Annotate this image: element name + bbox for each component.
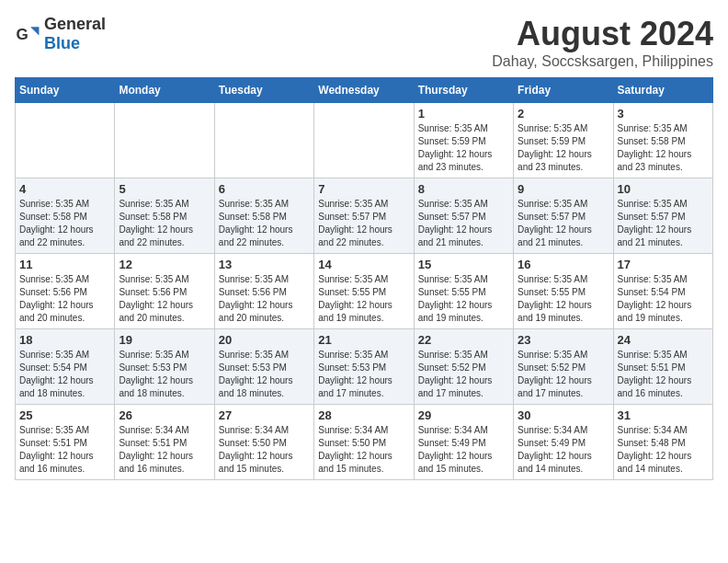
days-header-row: SundayMondayTuesdayWednesdayThursdayFrid… — [16, 78, 713, 103]
svg-text:G: G — [17, 26, 28, 43]
day-number: 29 — [418, 408, 509, 422]
day-detail: Sunrise: 5:35 AM Sunset: 5:53 PM Dayligh… — [219, 349, 310, 400]
calendar-cell: 21Sunrise: 5:35 AM Sunset: 5:53 PM Dayli… — [314, 329, 414, 405]
day-number: 7 — [318, 182, 409, 196]
calendar-cell: 12Sunrise: 5:35 AM Sunset: 5:56 PM Dayli… — [115, 254, 214, 329]
day-number: 21 — [318, 333, 409, 347]
calendar-cell: 11Sunrise: 5:35 AM Sunset: 5:56 PM Dayli… — [16, 254, 115, 329]
day-detail: Sunrise: 5:35 AM Sunset: 5:53 PM Dayligh… — [119, 349, 210, 400]
day-header-saturday: Saturday — [613, 78, 712, 103]
day-number: 31 — [618, 408, 709, 422]
header: G General Blue August 2024 Dahay, Soccsk… — [15, 15, 713, 70]
day-number: 4 — [19, 182, 110, 196]
day-number: 19 — [119, 333, 210, 347]
day-number: 1 — [418, 107, 509, 121]
day-detail: Sunrise: 5:35 AM Sunset: 5:55 PM Dayligh… — [418, 273, 509, 325]
day-header-monday: Monday — [115, 78, 214, 103]
day-number: 13 — [219, 258, 310, 271]
calendar-cell: 6Sunrise: 5:35 AM Sunset: 5:58 PM Daylig… — [214, 178, 313, 254]
day-detail: Sunrise: 5:34 AM Sunset: 5:48 PM Dayligh… — [618, 424, 709, 476]
calendar-cell: 14Sunrise: 5:35 AM Sunset: 5:55 PM Dayli… — [314, 254, 414, 329]
logo-icon: G — [15, 21, 40, 47]
calendar-week-4: 18Sunrise: 5:35 AM Sunset: 5:54 PM Dayli… — [16, 329, 713, 405]
day-detail: Sunrise: 5:34 AM Sunset: 5:50 PM Dayligh… — [219, 424, 310, 476]
calendar-cell: 23Sunrise: 5:35 AM Sunset: 5:52 PM Dayli… — [514, 329, 613, 405]
day-number: 23 — [518, 333, 609, 347]
day-number: 17 — [618, 258, 709, 271]
day-detail: Sunrise: 5:35 AM Sunset: 5:52 PM Dayligh… — [518, 349, 609, 400]
day-number: 8 — [418, 182, 509, 196]
calendar-cell: 22Sunrise: 5:35 AM Sunset: 5:52 PM Dayli… — [414, 329, 513, 405]
calendar-cell: 25Sunrise: 5:35 AM Sunset: 5:51 PM Dayli… — [16, 405, 115, 480]
day-number: 26 — [119, 408, 210, 422]
day-header-friday: Friday — [514, 78, 613, 103]
calendar-cell: 15Sunrise: 5:35 AM Sunset: 5:55 PM Dayli… — [414, 254, 513, 329]
calendar-week-2: 4Sunrise: 5:35 AM Sunset: 5:58 PM Daylig… — [16, 178, 713, 254]
day-detail: Sunrise: 5:35 AM Sunset: 5:55 PM Dayligh… — [318, 273, 409, 325]
calendar-cell: 4Sunrise: 5:35 AM Sunset: 5:58 PM Daylig… — [16, 178, 115, 254]
calendar-cell: 26Sunrise: 5:34 AM Sunset: 5:51 PM Dayli… — [115, 405, 214, 480]
calendar-cell — [115, 103, 214, 178]
calendar-cell: 20Sunrise: 5:35 AM Sunset: 5:53 PM Dayli… — [214, 329, 313, 405]
calendar-cell: 10Sunrise: 5:35 AM Sunset: 5:57 PM Dayli… — [613, 178, 712, 254]
calendar-cell: 5Sunrise: 5:35 AM Sunset: 5:58 PM Daylig… — [115, 178, 214, 254]
day-header-wednesday: Wednesday — [314, 78, 414, 103]
day-detail: Sunrise: 5:34 AM Sunset: 5:49 PM Dayligh… — [518, 424, 609, 476]
day-number: 30 — [518, 408, 609, 422]
day-detail: Sunrise: 5:35 AM Sunset: 5:58 PM Dayligh… — [219, 198, 310, 249]
day-detail: Sunrise: 5:35 AM Sunset: 5:56 PM Dayligh… — [19, 273, 110, 325]
day-detail: Sunrise: 5:35 AM Sunset: 5:54 PM Dayligh… — [618, 273, 709, 325]
day-detail: Sunrise: 5:35 AM Sunset: 5:57 PM Dayligh… — [618, 198, 709, 249]
day-detail: Sunrise: 5:35 AM Sunset: 5:59 PM Dayligh… — [418, 122, 509, 174]
day-detail: Sunrise: 5:34 AM Sunset: 5:51 PM Dayligh… — [119, 424, 210, 476]
day-detail: Sunrise: 5:35 AM Sunset: 5:52 PM Dayligh… — [418, 349, 509, 400]
day-detail: Sunrise: 5:35 AM Sunset: 5:57 PM Dayligh… — [318, 198, 409, 249]
day-detail: Sunrise: 5:35 AM Sunset: 5:57 PM Dayligh… — [518, 198, 609, 249]
calendar-cell: 1Sunrise: 5:35 AM Sunset: 5:59 PM Daylig… — [414, 103, 513, 178]
day-detail: Sunrise: 5:34 AM Sunset: 5:49 PM Dayligh… — [418, 424, 509, 476]
calendar-cell: 31Sunrise: 5:34 AM Sunset: 5:48 PM Dayli… — [613, 405, 712, 480]
main-title: August 2024 — [492, 15, 713, 53]
day-detail: Sunrise: 5:35 AM Sunset: 5:51 PM Dayligh… — [19, 424, 110, 476]
day-number: 27 — [219, 408, 310, 422]
day-detail: Sunrise: 5:35 AM Sunset: 5:55 PM Dayligh… — [518, 273, 609, 325]
day-number: 11 — [19, 258, 110, 271]
calendar-cell: 27Sunrise: 5:34 AM Sunset: 5:50 PM Dayli… — [214, 405, 313, 480]
calendar-week-1: 1Sunrise: 5:35 AM Sunset: 5:59 PM Daylig… — [16, 103, 713, 178]
calendar-cell: 2Sunrise: 5:35 AM Sunset: 5:59 PM Daylig… — [514, 103, 613, 178]
calendar-week-3: 11Sunrise: 5:35 AM Sunset: 5:56 PM Dayli… — [16, 254, 713, 329]
calendar-table: SundayMondayTuesdayWednesdayThursdayFrid… — [15, 77, 713, 480]
title-area: August 2024 Dahay, Soccsksargen, Philipp… — [492, 15, 713, 70]
calendar-cell — [214, 103, 313, 178]
day-number: 20 — [219, 333, 310, 347]
day-header-thursday: Thursday — [414, 78, 513, 103]
day-detail: Sunrise: 5:35 AM Sunset: 5:57 PM Dayligh… — [418, 198, 509, 249]
calendar-cell — [16, 103, 115, 178]
day-detail: Sunrise: 5:35 AM Sunset: 5:58 PM Dayligh… — [19, 198, 110, 249]
calendar-cell — [314, 103, 414, 178]
calendar-week-5: 25Sunrise: 5:35 AM Sunset: 5:51 PM Dayli… — [16, 405, 713, 480]
day-number: 3 — [618, 107, 709, 121]
day-detail: Sunrise: 5:35 AM Sunset: 5:59 PM Dayligh… — [518, 122, 609, 174]
calendar-cell: 3Sunrise: 5:35 AM Sunset: 5:58 PM Daylig… — [613, 103, 712, 178]
day-number: 22 — [418, 333, 509, 347]
day-header-tuesday: Tuesday — [214, 78, 313, 103]
day-number: 2 — [518, 107, 609, 121]
day-number: 12 — [119, 258, 210, 271]
day-detail: Sunrise: 5:34 AM Sunset: 5:50 PM Dayligh… — [318, 424, 409, 476]
day-number: 9 — [518, 182, 609, 196]
svg-marker-1 — [30, 27, 39, 35]
calendar-cell: 24Sunrise: 5:35 AM Sunset: 5:51 PM Dayli… — [613, 329, 712, 405]
calendar-cell: 16Sunrise: 5:35 AM Sunset: 5:55 PM Dayli… — [514, 254, 613, 329]
calendar-cell: 29Sunrise: 5:34 AM Sunset: 5:49 PM Dayli… — [414, 405, 513, 480]
calendar-cell: 7Sunrise: 5:35 AM Sunset: 5:57 PM Daylig… — [314, 178, 414, 254]
logo-blue-text: Blue — [44, 34, 80, 52]
day-detail: Sunrise: 5:35 AM Sunset: 5:51 PM Dayligh… — [618, 349, 709, 400]
calendar-cell: 13Sunrise: 5:35 AM Sunset: 5:56 PM Dayli… — [214, 254, 313, 329]
day-number: 25 — [19, 408, 110, 422]
day-number: 18 — [19, 333, 110, 347]
day-detail: Sunrise: 5:35 AM Sunset: 5:54 PM Dayligh… — [19, 349, 110, 400]
calendar-cell: 8Sunrise: 5:35 AM Sunset: 5:57 PM Daylig… — [414, 178, 513, 254]
day-header-sunday: Sunday — [16, 78, 115, 103]
calendar-cell: 17Sunrise: 5:35 AM Sunset: 5:54 PM Dayli… — [613, 254, 712, 329]
